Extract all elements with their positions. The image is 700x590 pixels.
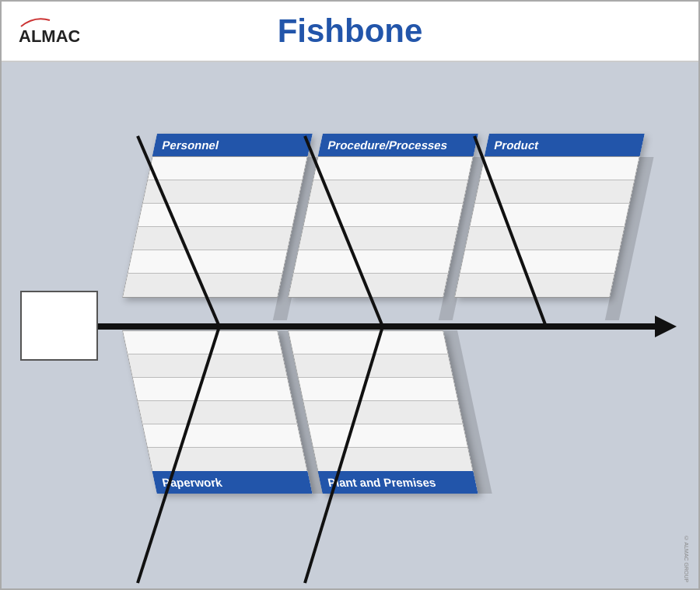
cat-block-paperwork: Paperwork: [122, 330, 313, 494]
page-title: Fishbone: [278, 12, 423, 50]
table-row: [143, 180, 302, 204]
table-row: [123, 274, 282, 297]
logo-area: ALMAC: [17, 12, 126, 51]
watermark: © ALMAC GROUP: [684, 536, 689, 582]
main-content: Personnel Procedure/Processes: [2, 62, 698, 588]
table-row: [289, 274, 447, 297]
table-row: [313, 157, 472, 180]
table-row: [138, 401, 296, 424]
cat-block-personnel: Personnel: [122, 134, 313, 298]
table-row: [455, 274, 614, 297]
product-header: Product: [485, 134, 645, 156]
logo-svg: ALMAC: [17, 12, 79, 47]
plant-header: Plant and Premises: [317, 471, 478, 494]
plant-rows: [288, 330, 473, 471]
paperwork-header: Paperwork: [152, 471, 312, 494]
table-row: [303, 401, 462, 424]
table-row: [299, 378, 457, 401]
table-row: [294, 250, 453, 274]
table-row: [138, 204, 296, 227]
table-row: [465, 227, 624, 250]
table-row: [309, 180, 467, 204]
table-row: [480, 157, 639, 180]
personnel-header: Personnel: [152, 134, 313, 156]
table-row: [289, 331, 447, 354]
table-row: [470, 204, 628, 227]
table-row: [303, 204, 462, 227]
table-row: [309, 424, 467, 448]
table-row: [128, 354, 287, 378]
svg-text:ALMAC: ALMAC: [19, 26, 79, 46]
title-area: Fishbone: [126, 12, 574, 50]
table-row: [148, 157, 306, 180]
procedure-rows: [288, 156, 474, 298]
table-row: [460, 250, 619, 274]
table-row: [128, 250, 287, 274]
paperwork-rows: [122, 330, 307, 471]
effect-box: [20, 291, 98, 361]
header: ALMAC Fishbone: [2, 2, 698, 62]
table-row: [313, 448, 472, 471]
table-row: [294, 354, 453, 378]
table-row: [133, 378, 292, 401]
svg-marker-2: [655, 316, 677, 337]
table-row: [148, 448, 306, 471]
procedure-header: Procedure/Processes: [318, 134, 478, 156]
product-rows: [454, 156, 640, 298]
table-row: [133, 227, 292, 250]
table-row: [475, 180, 634, 204]
personnel-rows: [122, 156, 308, 298]
table-row: [299, 227, 457, 250]
table-row: [123, 331, 282, 354]
app-container: ALMAC Fishbone: [0, 0, 700, 590]
table-row: [143, 424, 302, 448]
